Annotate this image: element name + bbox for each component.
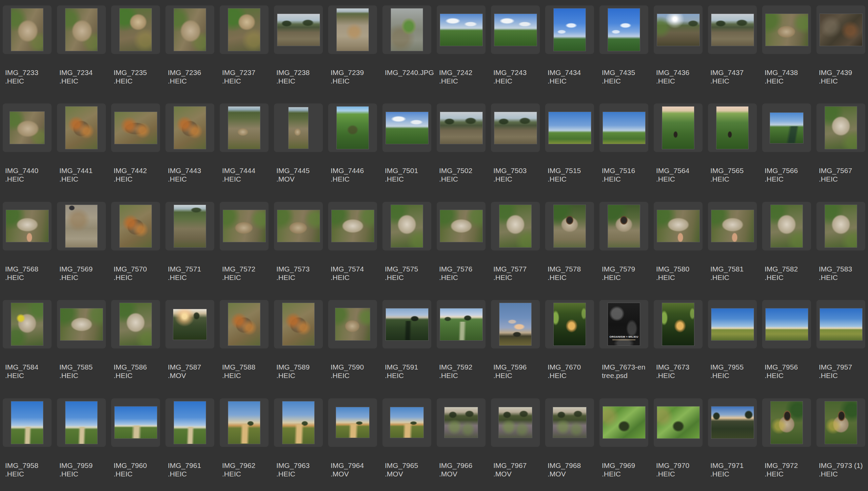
thumbnail-card[interactable] <box>328 300 377 348</box>
thumbnail-card[interactable] <box>599 202 648 250</box>
filename-label[interactable]: IMG_7435.HEIC <box>602 68 635 85</box>
thumbnail-card[interactable] <box>491 202 540 250</box>
thumbnail-card[interactable] <box>57 398 106 447</box>
thumbnail-card[interactable] <box>57 5 106 54</box>
filename-label[interactable]: IMG_7592.HEIC <box>439 363 472 380</box>
filename-label[interactable]: IMG_7585.HEIC <box>59 363 93 380</box>
filename-label[interactable]: IMG_7243.HEIC <box>493 68 527 85</box>
filename-label[interactable]: IMG_7567.HEIC <box>819 166 852 183</box>
filename-label[interactable]: IMG_7967.MOV <box>493 461 527 478</box>
thumbnail-card[interactable] <box>111 398 160 447</box>
file-cell[interactable]: IMG_7237.HEIC <box>217 0 271 98</box>
thumbnail-card[interactable] <box>3 398 52 447</box>
filename-label[interactable]: IMG_7566.HEIC <box>765 166 798 183</box>
filename-label[interactable]: IMG_7569.HEIC <box>59 265 93 282</box>
file-cell[interactable]: ORGANISM ≈ MILIEU IMG_7673-entree.psd <box>597 295 651 393</box>
filename-label[interactable]: IMG_7588.HEIC <box>222 363 255 380</box>
thumbnail-card[interactable] <box>545 300 594 348</box>
thumbnail-card[interactable] <box>599 103 648 152</box>
filename-label[interactable]: IMG_7568.HEIC <box>5 265 38 282</box>
thumbnail-card[interactable] <box>816 202 865 250</box>
thumbnail-card[interactable] <box>274 398 323 447</box>
file-cell[interactable]: IMG_7592.HEIC <box>434 295 488 393</box>
file-cell[interactable]: IMG_7503.HEIC <box>488 98 542 196</box>
filename-label[interactable]: IMG_7564.HEIC <box>656 166 689 183</box>
file-cell[interactable]: IMG_7578.HEIC <box>542 196 597 295</box>
thumbnail-card[interactable] <box>111 300 160 348</box>
file-cell[interactable]: IMG_7515.HEIC <box>542 98 597 196</box>
file-cell[interactable]: IMG_7955.HEIC <box>705 295 760 393</box>
file-cell[interactable]: IMG_7577.HEIC <box>488 196 542 295</box>
filename-label[interactable]: IMG_7587.MOV <box>168 363 201 380</box>
thumbnail-card[interactable] <box>437 300 486 348</box>
file-cell[interactable]: IMG_7565.HEIC <box>705 98 760 196</box>
filename-label[interactable]: IMG_7572.HEIC <box>222 265 255 282</box>
file-cell[interactable]: IMG_7240.JPG <box>380 0 434 98</box>
file-cell[interactable]: IMG_7968.MOV <box>542 393 597 491</box>
file-cell[interactable]: IMG_7579.HEIC <box>597 196 651 295</box>
file-cell[interactable]: IMG_7971.HEIC <box>705 393 760 491</box>
filename-label[interactable]: IMG_7573.HEIC <box>276 265 310 282</box>
file-cell[interactable]: IMG_7446.HEIC <box>326 98 380 196</box>
filename-label[interactable]: IMG_7586.HEIC <box>114 363 147 380</box>
thumbnail-card[interactable] <box>274 5 323 54</box>
file-cell[interactable]: IMG_7587.MOV <box>163 295 217 393</box>
thumbnail-card[interactable] <box>382 300 431 348</box>
thumbnail-card[interactable] <box>220 300 269 348</box>
file-cell[interactable]: IMG_7590.HEIC <box>326 295 380 393</box>
file-cell[interactable]: IMG_7673.HEIC <box>651 295 705 393</box>
filename-label[interactable]: IMG_7575.HEIC <box>385 265 418 282</box>
thumbnail-card[interactable] <box>328 103 377 152</box>
file-cell[interactable]: IMG_7566.HEIC <box>760 98 814 196</box>
filename-label[interactable]: IMG_7589.HEIC <box>276 363 310 380</box>
filename-label[interactable]: IMG_7576.HEIC <box>439 265 472 282</box>
filename-label[interactable]: IMG_7443.HEIC <box>168 166 201 183</box>
filename-label[interactable]: IMG_7502.HEIC <box>439 166 472 183</box>
thumbnail-card[interactable] <box>654 300 703 348</box>
filename-label[interactable]: IMG_7581.HEIC <box>710 265 744 282</box>
thumbnail-card[interactable] <box>382 103 431 152</box>
filename-label[interactable]: IMG_7436.HEIC <box>656 68 689 85</box>
filename-label[interactable]: IMG_7442.HEIC <box>114 166 147 183</box>
thumbnail-card[interactable] <box>3 103 52 152</box>
filename-label[interactable]: IMG_7970.HEIC <box>656 461 689 478</box>
filename-label[interactable]: IMG_7234.HEIC <box>59 68 93 85</box>
thumbnail-card[interactable] <box>3 202 52 250</box>
filename-label[interactable]: IMG_7571.HEIC <box>168 265 201 282</box>
filename-label[interactable]: IMG_7503.HEIC <box>493 166 527 183</box>
file-cell[interactable]: IMG_7572.HEIC <box>217 196 271 295</box>
thumbnail-card[interactable] <box>274 202 323 250</box>
file-cell[interactable]: IMG_7440.HEIC <box>0 98 54 196</box>
file-cell[interactable]: IMG_7236.HEIC <box>163 0 217 98</box>
filename-label[interactable]: IMG_7596.HEIC <box>493 363 527 380</box>
file-cell[interactable]: IMG_7570.HEIC <box>108 196 163 295</box>
filename-label[interactable]: IMG_7242.HEIC <box>439 68 472 85</box>
thumbnail-card[interactable] <box>491 5 540 54</box>
thumbnail-card[interactable] <box>111 202 160 250</box>
file-cell[interactable]: IMG_7580.HEIC <box>651 196 705 295</box>
filename-label[interactable]: IMG_7971.HEIC <box>710 461 744 478</box>
thumbnail-card[interactable] <box>654 103 703 152</box>
filename-label[interactable]: IMG_7969.HEIC <box>602 461 635 478</box>
file-cell[interactable]: IMG_7574.HEIC <box>326 196 380 295</box>
thumbnail-card[interactable] <box>491 103 540 152</box>
filename-label[interactable]: IMG_7235.HEIC <box>114 68 147 85</box>
filename-label[interactable]: IMG_7577.HEIC <box>493 265 527 282</box>
thumbnail-card[interactable] <box>328 202 377 250</box>
file-cell[interactable]: IMG_7956.HEIC <box>760 295 814 393</box>
file-cell[interactable]: IMG_7445.MOV <box>271 98 326 196</box>
thumbnail-card[interactable] <box>762 202 811 250</box>
filename-label[interactable]: IMG_7239.HEIC <box>331 68 364 85</box>
thumbnail-card[interactable] <box>382 5 431 54</box>
filename-label[interactable]: IMG_7964.MOV <box>331 461 364 478</box>
thumbnail-card[interactable] <box>491 300 540 348</box>
thumbnail-card[interactable] <box>708 103 757 152</box>
filename-label[interactable]: IMG_7578.HEIC <box>548 265 581 282</box>
thumbnail-card[interactable] <box>165 5 214 54</box>
filename-label[interactable]: IMG_7240.JPG <box>385 68 434 77</box>
file-cell[interactable]: IMG_7441.HEIC <box>54 98 108 196</box>
filename-label[interactable]: IMG_7673.HEIC <box>656 363 689 380</box>
thumbnail-card[interactable] <box>111 103 160 152</box>
thumbnail-card[interactable] <box>111 5 160 54</box>
file-cell[interactable]: IMG_7573.HEIC <box>271 196 326 295</box>
